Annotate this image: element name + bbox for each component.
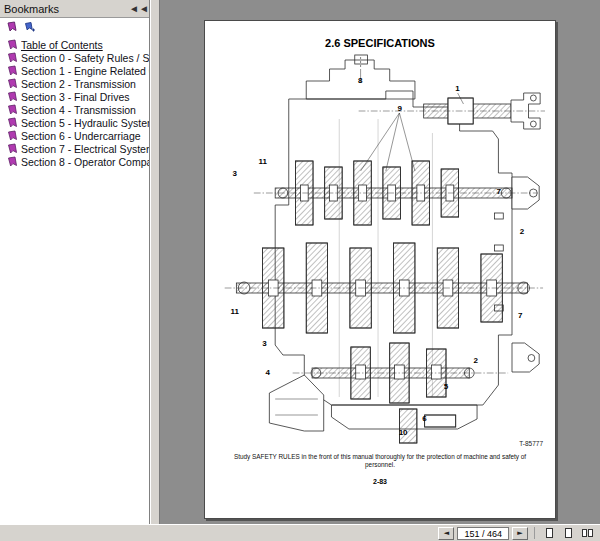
document-viewer: 2.6 SPECIFICATIONS: [160, 0, 600, 524]
status-bar: ◄ 151 / 464 ►: [0, 524, 600, 541]
figure-callout: 3: [262, 340, 266, 348]
bookmark-label: Section 5 - Hydraulic System: [21, 117, 149, 129]
bookmarks-toolbar: [0, 18, 149, 36]
bookmark-flag-icon: [7, 130, 18, 141]
pdf-page: 2.6 SPECIFICATIONS: [204, 20, 556, 519]
pdf-viewer-window: Bookmarks ◄◄ Table of ContentsSection 0 …: [0, 0, 600, 541]
view-continuous-icon[interactable]: [560, 526, 576, 540]
figure-callout: 7: [497, 188, 501, 196]
figure-code: T-85777: [519, 440, 543, 447]
prev-page-button[interactable]: ◄: [438, 527, 454, 540]
bookmark-label: Table of Contents: [21, 39, 103, 51]
figure-callout: 8: [358, 77, 362, 85]
bookmark-label: Section 2 - Transmission: [21, 78, 136, 90]
figure-callout: 11: [259, 158, 267, 166]
view-single-page-icon[interactable]: [541, 526, 557, 540]
bookmark-item[interactable]: Section 4 - Transmission: [7, 103, 149, 116]
page-indicator[interactable]: 151 / 464: [457, 527, 509, 540]
figure-callout: 9: [398, 105, 402, 113]
collapse-panel-icon[interactable]: ◄◄: [129, 3, 145, 14]
figure-callout: 2: [520, 228, 524, 236]
statusbar-separator: [534, 527, 535, 539]
main-row: Bookmarks ◄◄ Table of ContentsSection 0 …: [0, 0, 600, 524]
bookmark-item[interactable]: Section 8 - Operator Compartment: [7, 155, 149, 168]
figure-callout: 5: [444, 383, 448, 391]
bookmark-label: Section 1 - Engine Related Componer: [21, 65, 149, 77]
safety-note: Study SAFETY RULES in the front of this …: [227, 453, 533, 469]
bookmark-flag-icon: [7, 156, 18, 167]
bookmarks-panel: Bookmarks ◄◄ Table of ContentsSection 0 …: [0, 0, 150, 524]
bookmark-item[interactable]: Section 2 - Transmission: [7, 77, 149, 90]
view-facing-pages-icon[interactable]: [579, 526, 595, 540]
figure: T-85777 819113727113425610: [215, 53, 545, 451]
bookmark-tool-icon[interactable]: [5, 21, 18, 34]
bookmark-label: Section 7 - Electrical System: [21, 143, 149, 155]
figure-callout: 2: [473, 357, 477, 365]
bookmark-list: Table of ContentsSection 0 - Safety Rule…: [0, 36, 149, 524]
bookmark-item[interactable]: Section 1 - Engine Related Componer: [7, 64, 149, 77]
bookmark-flag-icon: [7, 78, 18, 89]
bookmark-flag-icon: [7, 104, 18, 115]
bookmark-label: Section 8 - Operator Compartment: [21, 156, 149, 168]
bookmark-flag-icon: [7, 91, 18, 102]
bookmark-label: Section 0 - Safety Rules / Standard T: [21, 52, 149, 64]
figure-callout: 6: [422, 415, 426, 423]
figure-callout: 4: [266, 369, 270, 377]
bookmarks-panel-header: Bookmarks ◄◄: [0, 0, 149, 18]
bookmark-flag-icon: [7, 143, 18, 154]
figure-callout: 1: [455, 85, 459, 93]
bookmark-item[interactable]: Section 6 - Undercarriage: [7, 129, 149, 142]
figure-callout: 7: [518, 312, 522, 320]
bookmark-label: Section 3 - Final Drives: [21, 91, 130, 103]
bookmark-flag-icon: [7, 39, 18, 50]
bookmarks-panel-title: Bookmarks: [4, 3, 129, 15]
figure-callout: 10: [399, 429, 408, 437]
bookmark-flag-icon: [7, 65, 18, 76]
bookmark-item[interactable]: Section 7 - Electrical System: [7, 142, 149, 155]
bookmark-item[interactable]: Section 5 - Hydraulic System: [7, 116, 149, 129]
bookmark-flag-icon: [7, 117, 18, 128]
page-title: 2.6 SPECIFICATIONS: [211, 37, 549, 49]
bookmark-item[interactable]: Table of Contents: [7, 38, 149, 51]
figure-callout: 11: [231, 308, 239, 316]
bookmark-item[interactable]: Section 0 - Safety Rules / Standard T: [7, 51, 149, 64]
figure-callout: 3: [233, 170, 237, 178]
bookmark-label: Section 4 - Transmission: [21, 104, 136, 116]
transmission-diagram: [215, 53, 545, 451]
page-number: 2-83: [211, 478, 549, 485]
bookmark-expand-tool-icon[interactable]: [23, 21, 36, 34]
next-page-button[interactable]: ►: [512, 527, 528, 540]
bookmark-label: Section 6 - Undercarriage: [21, 130, 141, 142]
bookmark-flag-icon: [7, 52, 18, 63]
bookmark-item[interactable]: Section 3 - Final Drives: [7, 90, 149, 103]
panel-splitter[interactable]: [150, 0, 160, 524]
